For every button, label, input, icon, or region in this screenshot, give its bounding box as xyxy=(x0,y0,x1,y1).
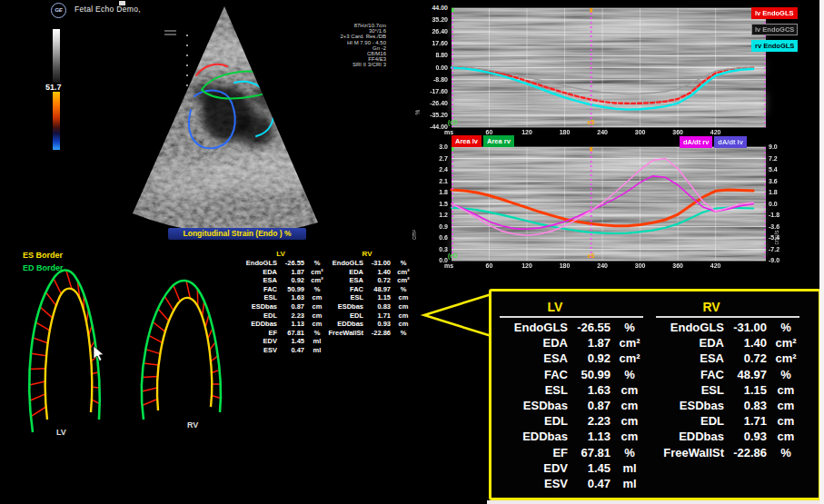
measurement-row: FreeWallSt-22.86% xyxy=(656,445,803,460)
measurement-row: ESL1.63cm xyxy=(237,293,328,302)
grayscale-bar[interactable] xyxy=(53,29,60,83)
measurement-cell: % xyxy=(769,445,803,460)
axis-tick-label: -5.4 xyxy=(769,234,792,242)
axis-tick-label: 0.0 xyxy=(769,201,792,208)
measurement-row: ESDbas0.87cm xyxy=(237,302,328,311)
page-edge xyxy=(819,0,824,504)
measurement-cell: 67.81 xyxy=(570,445,611,460)
event-marker-label: (eD xyxy=(448,119,457,125)
measurement-cell: 0.93 xyxy=(726,429,767,444)
sector-content xyxy=(120,3,329,248)
measurement-cell: cm xyxy=(392,293,414,302)
measurement-cell: EDV xyxy=(500,460,568,476)
axis-unit-label: % xyxy=(414,110,421,115)
legend-item-da-dt-lv[interactable]: dA/dt lv xyxy=(714,136,747,148)
measurement-cell: EndoGLS xyxy=(656,320,724,335)
legend-item-da-dt-rv[interactable]: dA/dt rv xyxy=(680,136,712,148)
lv-table-header: LV xyxy=(237,250,324,258)
callout-rv-header: RV xyxy=(656,300,767,314)
measurement-cell: FAC xyxy=(656,367,724,382)
lv-border-shape[interactable] xyxy=(18,265,132,440)
axis-unit-label: cm²/s xyxy=(773,231,779,245)
rv-border-shape[interactable] xyxy=(133,274,242,427)
axis-tick-label: 360 xyxy=(669,262,687,270)
strain-curves-chart[interactable] xyxy=(452,8,766,127)
measurement-cell: 0.93 xyxy=(365,320,391,329)
measurement-cell: ESV xyxy=(500,476,568,491)
measurement-cell: EndoGLS xyxy=(323,259,363,268)
measurement-row: EDV1.45ml xyxy=(237,337,328,346)
lv-measurement-table: EndoGLS-26.55%EDA1.87cm²ESA0.92cm²FAC50.… xyxy=(237,259,328,355)
measurement-row: EDA1.87cm² xyxy=(237,268,328,277)
legend-item-lv-endogls[interactable]: lv EndoGLS xyxy=(751,7,798,19)
measurement-cell: EDV xyxy=(237,337,277,346)
ultrasound-image[interactable] xyxy=(120,3,329,248)
measurement-row: ESDbas0.83cm xyxy=(656,398,803,413)
measurement-cell: 0.87 xyxy=(279,302,304,311)
rv-table-header: RV xyxy=(323,250,411,258)
measurement-cell: 1.45 xyxy=(279,337,304,346)
axis-tick-label: 44.00 xyxy=(413,5,448,12)
measurement-cell: 1.45 xyxy=(570,460,611,476)
legend-item-area-rv[interactable]: Area rv xyxy=(483,135,514,147)
measurement-cell: 67.81 xyxy=(279,329,304,338)
axis-tick-label: 420 xyxy=(707,262,725,270)
measurement-cell: cm xyxy=(392,311,414,321)
measurement-row: EndoGLS-26.55% xyxy=(500,320,647,335)
legend-item-area-lv[interactable]: Area lv xyxy=(452,135,481,147)
ge-logo: GE xyxy=(51,3,66,18)
axis-tick-label: 360 xyxy=(669,129,687,136)
measurement-cell: EDDbas xyxy=(237,320,277,329)
measurement-row: EndoGLS-31.00% xyxy=(323,259,414,268)
measurement-row: ESL1.15cm xyxy=(656,382,803,398)
measurement-cell: 0.92 xyxy=(279,276,304,285)
measurement-cell: ESL xyxy=(500,382,568,398)
measurement-cell: ESV xyxy=(237,346,277,355)
axis-tick-label: -17.60 xyxy=(413,88,448,95)
measurement-row: ESA0.92cm² xyxy=(237,276,328,285)
page-edge xyxy=(487,500,819,504)
measurement-cell: ESDbas xyxy=(656,398,724,413)
axis-tick-label: -9.0 xyxy=(769,257,792,264)
measurement-cell: cm xyxy=(769,413,803,429)
measurement-cell: 1.71 xyxy=(726,413,767,429)
measurement-row: EDL1.71cm xyxy=(656,413,803,429)
axis-tick-label: 3.6 xyxy=(769,178,792,185)
divider xyxy=(656,316,799,318)
legend-item-lv-endogcs[interactable]: lv EndoGCS xyxy=(751,24,798,35)
measurement-cell: 2.23 xyxy=(570,413,611,429)
measurement-cell: 1.15 xyxy=(365,293,391,302)
area-curves-chart[interactable] xyxy=(452,147,766,261)
measurement-cell: 2.23 xyxy=(279,311,304,321)
axis-tick-label: ms xyxy=(441,262,457,270)
axis-tick-label: 1.2 xyxy=(413,212,448,219)
event-marker-label: eS xyxy=(588,252,595,259)
measurement-row: EDDbas1.13cm xyxy=(500,429,647,444)
measurement-row: FAC50.99% xyxy=(500,367,647,382)
measurement-cell: cm² xyxy=(769,351,803,366)
measurement-cell: % xyxy=(392,285,414,294)
measurement-cell: 0.72 xyxy=(726,351,767,366)
measurement-cell: cm xyxy=(392,320,414,329)
measurement-cell: 1.71 xyxy=(365,311,391,321)
measurement-row: EDDbas0.93cm xyxy=(323,320,414,329)
measurement-cell: 0.83 xyxy=(726,398,767,413)
measurement-cell: cm xyxy=(769,429,803,444)
measurement-cell: ml xyxy=(306,346,328,355)
measurement-cell: ESL xyxy=(237,293,277,302)
measurement-cell: 1.87 xyxy=(279,268,304,277)
axis-tick-label: 0.3 xyxy=(413,246,448,253)
measurement-cell: EDDbas xyxy=(500,429,568,444)
legend-item-rv-endogls[interactable]: rv EndoGLS xyxy=(751,40,798,52)
measurement-cell: EDA xyxy=(237,268,277,277)
measurement-cell: 1.13 xyxy=(279,320,304,329)
axis-tick-label: 300 xyxy=(631,262,650,270)
measurement-cell: 48.97 xyxy=(365,285,391,294)
axis-tick-label: 2.7 xyxy=(413,155,448,163)
measurement-cell: -31.00 xyxy=(365,259,391,268)
measurement-cell: cm xyxy=(612,429,647,444)
axis-tick-label: 3.0 xyxy=(413,143,448,151)
measurement-row: ESL1.15cm xyxy=(323,293,414,302)
measurement-cell: 0.87 xyxy=(570,398,611,413)
strain-colormap-bar[interactable] xyxy=(53,92,60,150)
